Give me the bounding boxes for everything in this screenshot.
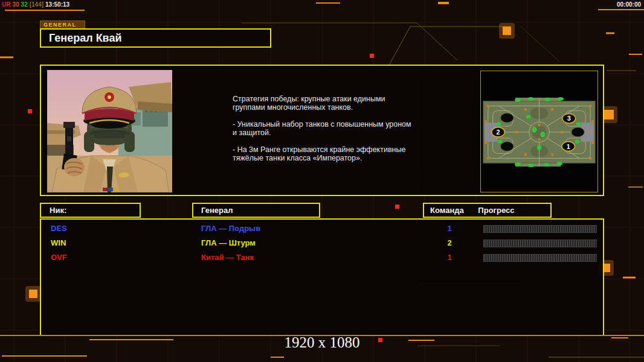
players-panel: DES ГЛА — Подрыв 1 WIN ГЛА — Штурм 2 OVF… [40, 218, 604, 336]
player-general: Китай — Танк [201, 251, 254, 264]
player-nick: OVF [51, 251, 67, 264]
description-paragraph: - Уникальный набор танков с повышенным у… [233, 120, 444, 137]
progress-bar [483, 225, 597, 233]
start-position-3: 3 [567, 115, 571, 122]
start-position-1: 1 [567, 143, 570, 150]
minimap-panel: 2 3 1 [480, 71, 598, 192]
minimap: 2 3 1 [481, 71, 597, 192]
progress-header-label: Прогресс [478, 206, 514, 215]
nick-header-label: Ник: [50, 206, 66, 215]
debug-value-2: 32 [21, 1, 28, 8]
general-info-panel: Стратегия победы: крупные атаки едиными … [40, 65, 604, 196]
player-team: 2 [442, 237, 457, 250]
debug-tag: UR [2, 1, 10, 8]
debug-clock: 13:50:13 [45, 1, 69, 8]
progress-bar [483, 240, 597, 247]
player-row: WIN ГЛА — Штурм 2 [41, 237, 603, 250]
description-paragraph: Стратегия победы: крупные атаки едиными … [233, 95, 444, 112]
player-nick: WIN [51, 237, 66, 250]
general-portrait [47, 70, 172, 192]
player-row: DES ГЛА — Подрыв 1 [41, 222, 603, 235]
match-timer: 00:00:00 [617, 1, 641, 8]
debug-readout: UR3032[144]13:50:13 [2, 1, 71, 8]
resolution-label: 1920 x 1080 [0, 334, 644, 351]
player-general: ГЛА — Штурм [201, 237, 256, 250]
loading-screen: UR3032[144]13:50:13 00:00:00 GENERAL Ген… [0, 0, 644, 362]
general-name: Генерал Квай [49, 32, 122, 44]
player-nick: DES [51, 222, 67, 235]
general-title-panel: Генерал Квай [40, 28, 271, 48]
player-team: 1 [442, 222, 457, 235]
progress-bar [483, 254, 597, 262]
general-header-label: Генерал [201, 206, 233, 215]
column-header-general: Генерал [192, 203, 320, 218]
column-header-nick: Ник: [40, 203, 141, 218]
player-row: OVF Китай — Танк 1 [41, 251, 603, 264]
description-paragraph: - На 3м Ранге открываются крайне эффекти… [233, 145, 444, 162]
player-general: ГЛА — Подрыв [201, 222, 260, 235]
tab-general[interactable]: GENERAL [40, 21, 85, 29]
debug-value-1: 30 [12, 1, 19, 8]
debug-frame-counter: [144] [30, 1, 43, 8]
team-header-label: Команда [430, 206, 464, 215]
general-description: Стратегия победы: крупные атаки едиными … [233, 95, 444, 171]
player-team: 1 [442, 251, 457, 264]
column-header-team-progress: Команда Прогресс [423, 203, 552, 218]
start-position-2: 2 [497, 129, 500, 136]
